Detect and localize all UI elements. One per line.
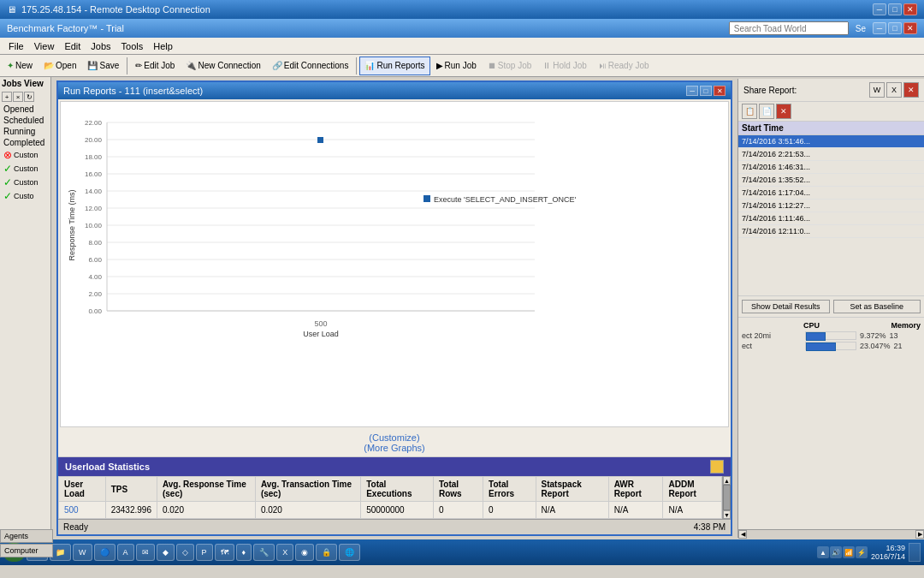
svg-text:16.00: 16.00: [85, 170, 103, 178]
toolbar-open[interactable]: 📂 Open: [38, 57, 81, 75]
run-list-item-4[interactable]: 7/14/2016 1:17:04...: [738, 187, 924, 200]
taskbar-acrobat[interactable]: A: [117, 544, 134, 561]
share-close-btn[interactable]: ✕: [903, 82, 919, 98]
toolbar-run-job[interactable]: ▶ Run Job: [431, 57, 482, 75]
menu-view[interactable]: View: [29, 40, 60, 52]
table-scrollbar[interactable]: ▲ ▼: [722, 476, 731, 519]
titlebar-close[interactable]: ✕: [903, 3, 917, 15]
show-detail-btn[interactable]: Show Detail Results: [742, 300, 830, 313]
memory-header: Memory: [891, 321, 921, 330]
jobs-item-3[interactable]: ✓ Custo: [2, 189, 49, 203]
show-desktop-btn[interactable]: [909, 543, 921, 562]
col-avg-transaction: Avg. Transaction Time (sec): [255, 477, 360, 502]
stats-header-icon[interactable]: [710, 460, 724, 474]
run-list-item-1[interactable]: 7/14/2016 2:21:53...: [738, 148, 924, 161]
total-exec-cell: 50000000: [361, 502, 434, 519]
menu-tools[interactable]: Tools: [116, 40, 149, 52]
agents-tab[interactable]: Agents: [0, 529, 53, 543]
toolbar-new-connection[interactable]: 🔌 New Connection: [181, 57, 265, 75]
toolbar-new[interactable]: ✦ New: [2, 57, 38, 75]
taskbar-app4[interactable]: 🔧: [253, 544, 275, 561]
panel-btn-2[interactable]: 📄: [759, 104, 774, 119]
search-button[interactable]: Se: [856, 24, 866, 33]
toolbar-run-reports[interactable]: 📊 Run Reports: [359, 57, 429, 75]
col-tps: TPS: [105, 477, 157, 502]
taskbar-outlook[interactable]: ✉: [136, 544, 155, 561]
search-input[interactable]: [729, 21, 849, 35]
jobs-item-1[interactable]: ✓ Custon: [2, 162, 49, 176]
taskbar-app5[interactable]: ◉: [295, 544, 314, 561]
jobs-item-2[interactable]: ✓ Custon: [2, 176, 49, 189]
cpu-bar-1: [806, 343, 836, 351]
tray-icon-3[interactable]: 📶: [843, 546, 855, 558]
run-list[interactable]: Start Time 7/14/2016 3:51:46... 7/14/201…: [738, 122, 924, 296]
panel-btn-close[interactable]: ✕: [776, 104, 791, 119]
menu-jobs[interactable]: Jobs: [86, 40, 116, 52]
jobs-section-opened[interactable]: Opened: [2, 104, 49, 115]
jobs-section-completed[interactable]: Completed: [2, 137, 49, 148]
jobs-item-0[interactable]: ⊗ Custon: [2, 148, 49, 162]
set-baseline-btn[interactable]: Set as Baseline: [833, 300, 921, 313]
taskbar-excel[interactable]: X: [276, 544, 293, 561]
menu-help[interactable]: Help: [148, 40, 178, 52]
taskbar-maps[interactable]: 🗺: [215, 544, 234, 561]
taskbar-network[interactable]: 🌐: [339, 544, 360, 561]
toolbar-hold-job[interactable]: ⏸ Hold Job: [537, 57, 591, 75]
statspack-cell: N/A: [536, 502, 608, 519]
customize-link[interactable]: (Customize): [62, 432, 727, 443]
user-load-link[interactable]: 500: [64, 505, 79, 515]
computer-tab[interactable]: Computer: [0, 544, 53, 557]
taskbar-app1[interactable]: ◆: [157, 544, 175, 561]
reports-maximize[interactable]: □: [700, 86, 712, 96]
jobs-section-running[interactable]: Running: [2, 126, 49, 137]
share-word-btn[interactable]: W: [869, 82, 885, 98]
tray-icon-4[interactable]: ⚡: [856, 546, 868, 558]
titlebar-minimize[interactable]: ─: [873, 3, 886, 15]
run-list-item-0[interactable]: 7/14/2016 3:51:46...: [738, 135, 924, 148]
run-list-item-6[interactable]: 7/14/2016 1:11:46...: [738, 212, 924, 225]
tray-icons: ▲ 🔊 📶 ⚡: [817, 546, 868, 558]
toolbar-ready-job[interactable]: ⏯ Ready Job: [593, 57, 654, 75]
jobs-toolbar-btn3[interactable]: ↻: [24, 92, 34, 102]
app-minimize[interactable]: ─: [873, 22, 886, 34]
svg-text:22.00: 22.00: [85, 119, 103, 127]
resource-label-1: ect: [742, 342, 802, 350]
taskbar-powerpoint[interactable]: P: [196, 544, 213, 561]
jobs-toolbar-btn2[interactable]: ×: [13, 92, 23, 102]
run-job-icon: ▶: [436, 61, 443, 70]
scroll-down[interactable]: ▼: [723, 510, 731, 519]
reports-close[interactable]: ✕: [714, 86, 726, 96]
jobs-section-scheduled[interactable]: Scheduled: [2, 115, 49, 126]
tray-icon-2[interactable]: 🔊: [830, 546, 842, 558]
toolbar-save[interactable]: 💾 Save: [82, 57, 124, 75]
scroll-up[interactable]: ▲: [723, 476, 731, 485]
hscroll-right[interactable]: ▶: [915, 530, 924, 539]
toolbar-edit-job[interactable]: ✏ Edit Job: [130, 57, 180, 75]
taskbar-app6[interactable]: 🔒: [316, 544, 337, 561]
more-graphs-link[interactable]: (More Graphs): [62, 443, 727, 453]
run-list-item-5[interactable]: 7/14/2016 1:12:27...: [738, 200, 924, 212]
app-close[interactable]: ✕: [903, 22, 917, 34]
run-list-item-7[interactable]: 7/14/2016 12:11:0...: [738, 225, 924, 238]
share-excel-btn[interactable]: X: [886, 82, 902, 98]
run-list-item-2[interactable]: 7/14/2016 1:46:31...: [738, 161, 924, 174]
svg-text:500: 500: [314, 319, 327, 328]
panel-btn-1[interactable]: 📋: [742, 104, 757, 119]
app-maximize[interactable]: □: [888, 22, 902, 34]
menu-edit[interactable]: Edit: [59, 40, 86, 52]
menu-file[interactable]: File: [3, 40, 29, 52]
run-list-item-3[interactable]: 7/14/2016 1:35:52...: [738, 174, 924, 187]
jobs-item-3-icon: ✓: [3, 190, 12, 202]
titlebar-maximize[interactable]: □: [888, 3, 902, 15]
toolbar-edit-connections[interactable]: 🔗 Edit Connections: [267, 57, 354, 75]
tray-icon-1[interactable]: ▲: [817, 546, 829, 558]
taskbar-app3[interactable]: ♦: [236, 544, 252, 561]
taskbar-word[interactable]: W: [73, 544, 92, 561]
svg-text:8.00: 8.00: [88, 239, 102, 247]
reports-minimize[interactable]: ─: [686, 86, 698, 96]
jobs-toolbar-btn1[interactable]: +: [2, 92, 12, 102]
hscroll-left[interactable]: ◀: [738, 530, 747, 539]
toolbar-stop-job[interactable]: ⏹ Stop Job: [483, 57, 536, 75]
taskbar-chrome[interactable]: 🔵: [94, 544, 116, 561]
taskbar-app2[interactable]: ◇: [176, 544, 194, 561]
